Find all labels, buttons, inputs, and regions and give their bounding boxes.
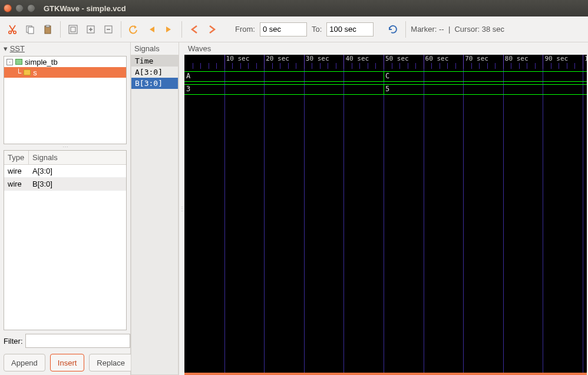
window-minimize-button[interactable] <box>15 4 24 12</box>
seek-end-button[interactable] <box>161 22 177 37</box>
tree-row-child[interactable]: └ s <box>4 67 126 78</box>
svg-rect-7 <box>71 27 75 32</box>
main-area: ▾ SST - simple_tb └ s ⋯ Type Signals wir… <box>0 42 588 375</box>
insert-button[interactable]: Insert <box>50 354 85 371</box>
undo-button[interactable] <box>126 22 141 37</box>
type-signals-header: Type Signals <box>4 151 126 165</box>
waveform-bus[interactable]: 35 <box>184 84 587 95</box>
cell-type: wire <box>4 165 29 177</box>
zoom-fit-button[interactable] <box>65 22 81 37</box>
from-input[interactable] <box>260 22 307 36</box>
separator <box>405 21 406 38</box>
vertical-splitter[interactable]: ⋮ <box>179 42 184 375</box>
copy-button[interactable] <box>22 22 38 37</box>
tree-expander-icon[interactable]: - <box>6 59 13 65</box>
hierarchy-tree[interactable]: - simple_tb └ s <box>4 56 127 144</box>
time-tick-label: 90 sec <box>544 55 568 62</box>
module-icon <box>15 59 22 65</box>
separator <box>121 21 121 38</box>
separator <box>60 21 61 38</box>
svg-point-0 <box>9 31 11 33</box>
time-tick-label: 80 sec <box>505 55 528 62</box>
window-close-button[interactable] <box>4 4 12 12</box>
signal-item[interactable]: A[3:0] <box>131 67 178 78</box>
tree-row-root[interactable]: - simple_tb <box>4 57 126 67</box>
bus-value: 3 <box>186 85 190 93</box>
cell-type: wire <box>4 178 29 190</box>
time-tick-label: 20 sec <box>266 55 289 62</box>
zoom-in-button[interactable] <box>83 22 98 37</box>
filter-label: Filter: <box>4 337 23 346</box>
time-ruler[interactable]: 10 sec20 sec30 sec40 sec50 sec60 sec70 s… <box>184 55 587 69</box>
tree-label: simple_tb <box>25 58 58 67</box>
paste-button[interactable] <box>40 22 55 37</box>
signals-header: Signals <box>131 42 179 55</box>
time-tick-label: 30 sec <box>306 55 329 62</box>
cell-signal: A[3:0] <box>29 165 56 177</box>
titlebar: GTKWave - simple.vcd <box>0 0 588 16</box>
toolbar: From: To: Marker: -- | Cursor: 38 sec <box>0 16 588 42</box>
to-label: To: <box>312 25 322 34</box>
svg-rect-5 <box>46 25 49 27</box>
column-type[interactable]: Type <box>4 151 29 164</box>
time-tick-label: 10 sec <box>226 55 250 62</box>
next-edge-button[interactable] <box>204 22 220 37</box>
zoom-out-button[interactable] <box>101 22 116 37</box>
window-title: GTKWave - simple.vcd <box>44 4 126 13</box>
to-input[interactable] <box>326 22 374 36</box>
cell-signal: B[3:0] <box>29 178 56 190</box>
sst-header[interactable]: ▾ SST <box>0 42 130 55</box>
window-maximize-button[interactable] <box>27 4 35 12</box>
horizontal-splitter[interactable]: ⋯ <box>0 145 130 149</box>
separator <box>181 21 182 38</box>
time-tick-label: 100 <box>584 55 587 62</box>
action-buttons: Append Insert Replace <box>0 350 130 375</box>
tree-label: s <box>33 68 37 77</box>
scope-icon <box>24 69 31 75</box>
replace-button[interactable]: Replace <box>89 354 133 371</box>
time-tick-label: 60 sec <box>425 55 449 62</box>
bus-value: C <box>385 72 389 80</box>
append-button[interactable]: Append <box>4 354 45 371</box>
signals-panel: Signals Time A[3:0]B[3:0] <box>131 42 179 375</box>
cut-button[interactable] <box>5 22 20 37</box>
waves-header: Waves <box>184 42 588 55</box>
left-panel: ▾ SST - simple_tb └ s ⋯ Type Signals wir… <box>0 42 131 375</box>
time-tick-label: 70 sec <box>465 55 488 62</box>
waves-panel: Waves 10 sec20 sec30 sec40 sec50 sec60 s… <box>184 42 588 375</box>
from-label: From: <box>235 25 255 34</box>
type-signals-row[interactable]: wireB[3:0] <box>4 178 126 191</box>
horizontal-scroll-indicator[interactable] <box>184 373 587 375</box>
svg-rect-6 <box>69 25 77 34</box>
svg-point-1 <box>14 31 16 33</box>
waveform-bus[interactable]: AC <box>184 71 587 82</box>
filter-row: Filter: <box>0 331 130 350</box>
signals-time-row[interactable]: Time <box>131 55 178 67</box>
svg-rect-3 <box>28 27 34 34</box>
time-tick-label: 50 sec <box>385 55 409 62</box>
filter-input[interactable] <box>25 334 130 348</box>
signals-list[interactable]: Time A[3:0]B[3:0] <box>131 55 179 375</box>
time-tick-label: 40 sec <box>345 55 369 62</box>
marker-readout: Marker: -- | Cursor: 38 sec <box>411 25 504 34</box>
seek-start-button[interactable] <box>144 22 159 37</box>
waveform-viewer[interactable]: 10 sec20 sec30 sec40 sec50 sec60 sec70 s… <box>184 55 587 375</box>
type-signals-table: Type Signals wireA[3:0]wireB[3:0] <box>4 150 127 330</box>
type-signals-row[interactable]: wireA[3:0] <box>4 165 126 178</box>
bus-value: 5 <box>385 85 389 93</box>
prev-edge-button[interactable] <box>187 22 202 37</box>
signal-item[interactable]: B[3:0] <box>131 78 178 89</box>
bus-value: A <box>186 72 190 80</box>
reload-button[interactable] <box>385 22 401 37</box>
column-signals[interactable]: Signals <box>29 151 61 164</box>
